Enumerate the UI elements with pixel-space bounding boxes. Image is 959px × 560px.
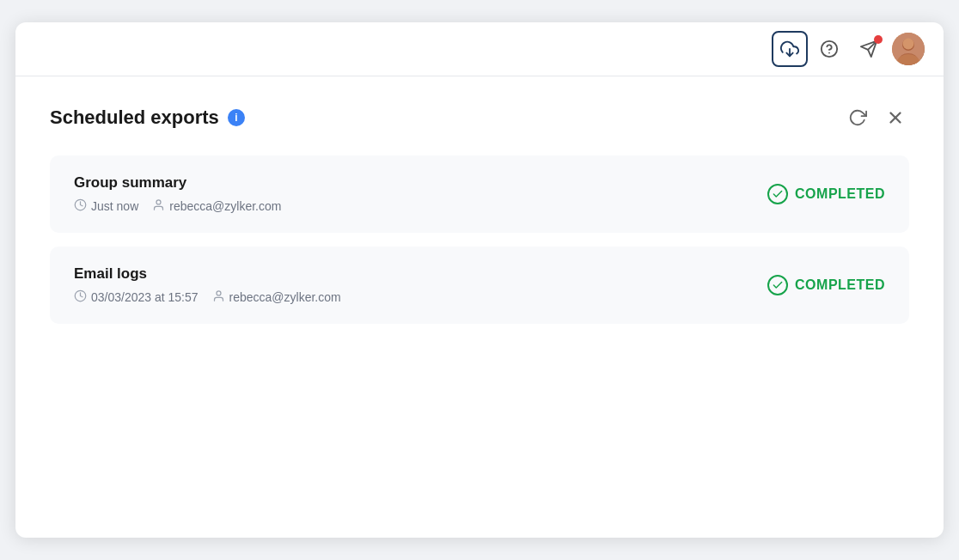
header-actions: [844, 104, 909, 131]
refresh-button[interactable]: [844, 104, 871, 131]
user-icon-1: [152, 198, 165, 214]
export-user-2: rebecca@zylker.com: [229, 290, 341, 304]
content-area: Scheduled exports i: [15, 76, 944, 538]
user-icon-2: [212, 289, 225, 305]
export-title-2: Email logs: [74, 265, 341, 283]
clock-icon-2: [74, 289, 87, 305]
svg-point-11: [156, 200, 161, 204]
announcements-icon-button[interactable]: [851, 31, 887, 67]
card-left-1: Group summary Just now: [74, 174, 281, 214]
toolbar: [15, 22, 944, 76]
title-row: Scheduled exports i: [50, 107, 245, 129]
status-label-2: COMPLETED: [795, 277, 885, 293]
card-meta-1: Just now rebecca@zylker.com: [74, 198, 281, 214]
clock-icon-1: [74, 198, 87, 214]
export-card-1: Group summary Just now: [50, 155, 909, 233]
main-panel: Scheduled exports i: [15, 22, 944, 538]
svg-point-6: [903, 39, 914, 50]
export-card-2: Email logs 03/03/2023 at 15:57: [50, 247, 909, 324]
svg-point-13: [217, 291, 221, 295]
status-completed-1: COMPLETED: [767, 184, 885, 204]
status-completed-2: COMPLETED: [767, 275, 885, 295]
time-meta-1: Just now: [74, 198, 138, 214]
card-left-2: Email logs 03/03/2023 at 15:57: [74, 265, 341, 305]
completed-check-icon-1: [767, 184, 788, 204]
completed-check-icon-2: [767, 275, 788, 295]
download-icon-button[interactable]: [772, 31, 808, 67]
export-time-1: Just now: [91, 199, 138, 213]
info-icon[interactable]: i: [228, 109, 245, 126]
user-meta-2: rebecca@zylker.com: [212, 289, 341, 305]
close-button[interactable]: [882, 104, 909, 131]
page-header: Scheduled exports i: [50, 104, 909, 131]
help-icon-button[interactable]: [811, 31, 847, 67]
notification-dot: [874, 35, 883, 44]
user-avatar-button[interactable]: [890, 31, 926, 67]
page-title: Scheduled exports: [50, 107, 219, 129]
status-label-1: COMPLETED: [795, 186, 885, 202]
card-meta-2: 03/03/2023 at 15:57 rebecca@zylker.com: [74, 289, 341, 305]
avatar: [892, 33, 925, 65]
time-meta-2: 03/03/2023 at 15:57: [74, 289, 199, 305]
export-user-1: rebecca@zylker.com: [169, 199, 281, 213]
export-title-1: Group summary: [74, 174, 281, 192]
user-meta-1: rebecca@zylker.com: [152, 198, 281, 214]
export-time-2: 03/03/2023 at 15:57: [91, 290, 199, 304]
